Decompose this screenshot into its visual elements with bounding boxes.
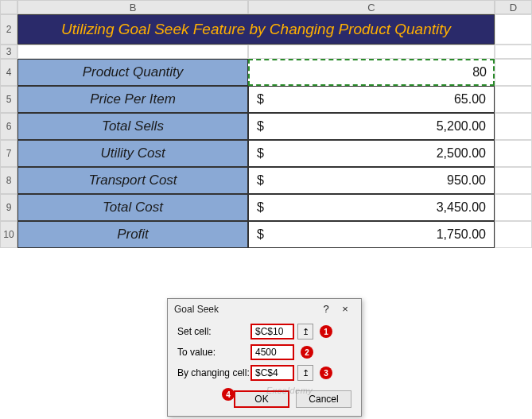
ref-picker-icon[interactable]: ↥ (297, 324, 313, 339)
value-total-cost[interactable]: $ 3,450.00 (248, 194, 495, 221)
annotation-1: 1 (320, 325, 332, 338)
dialog-buttons: 4 OK Cancel (177, 386, 351, 408)
label-total-cost[interactable]: Total Cost (17, 194, 248, 221)
close-icon[interactable]: × (336, 303, 355, 315)
cell-value: 1,750.00 (264, 227, 486, 242)
by-changing-label: By changing cell: (177, 367, 250, 378)
row-header-7[interactable]: 7 (0, 140, 17, 167)
cell-d3[interactable] (495, 45, 532, 59)
to-value-row: To value: 2 (177, 344, 351, 360)
cell-d5[interactable] (495, 86, 532, 113)
cell-d10[interactable] (495, 221, 532, 248)
label-utility-cost[interactable]: Utility Cost (17, 140, 248, 167)
currency-symbol: $ (257, 146, 264, 161)
col-header-b[interactable]: B (17, 0, 248, 14)
set-cell-input[interactable] (250, 324, 294, 339)
cell-d2[interactable] (495, 14, 532, 45)
cell-value: 2,500.00 (264, 146, 486, 161)
by-changing-input[interactable] (250, 365, 294, 381)
annotation-2: 2 (301, 346, 313, 359)
cell-d8[interactable] (495, 167, 532, 194)
cell-value: 5,200.00 (264, 119, 486, 134)
row-header-6[interactable]: 6 (0, 113, 17, 140)
set-cell-row: Set cell: 1 ↥ (177, 324, 351, 339)
label-price-per-item[interactable]: Price Per Item (17, 86, 248, 113)
value-price-per-item[interactable]: $ 65.00 (248, 86, 495, 113)
dialog-title-text: Goal Seek (174, 304, 316, 315)
row-header-2[interactable]: 2 (0, 14, 17, 45)
currency-symbol: $ (257, 200, 264, 215)
cell-value: 3,450.00 (264, 200, 486, 215)
cell-value: 80 (256, 65, 487, 80)
row-header-9[interactable]: 9 (0, 194, 17, 221)
row-header-5[interactable]: 5 (0, 86, 17, 113)
goal-seek-dialog: Goal Seek ? × Set cell: 1 ↥ To value: 2 … (167, 298, 362, 417)
cell-c3[interactable] (248, 45, 495, 59)
cell-d6[interactable] (495, 113, 532, 140)
value-profit[interactable]: $ 1,750.00 (248, 221, 495, 248)
row-header-10[interactable]: 10 (0, 221, 17, 248)
cell-b3[interactable] (17, 45, 248, 59)
currency-symbol: $ (257, 92, 264, 107)
select-all-corner[interactable] (0, 0, 17, 14)
label-transport-cost[interactable]: Transport Cost (17, 167, 248, 194)
watermark-text: Exceldemy (266, 386, 313, 395)
col-header-d[interactable]: D (495, 0, 532, 14)
label-profit[interactable]: Profit (17, 221, 248, 248)
row-header-8[interactable]: 8 (0, 167, 17, 194)
ref-picker-icon[interactable]: ↥ (297, 365, 313, 381)
spreadsheet-grid: B C D 2 Utilizing Goal Seek Feature by C… (0, 0, 532, 248)
dialog-body: Set cell: 1 ↥ To value: 2 By changing ce… (168, 317, 361, 416)
cell-value: 65.00 (264, 92, 486, 107)
cell-d9[interactable] (495, 194, 532, 221)
row-header-4[interactable]: 4 (0, 59, 17, 86)
value-transport-cost[interactable]: $ 950.00 (248, 167, 495, 194)
currency-symbol: $ (257, 119, 264, 134)
value-total-sells[interactable]: $ 5,200.00 (248, 113, 495, 140)
currency-symbol: $ (257, 227, 264, 242)
annotation-3: 3 (320, 367, 332, 379)
cell-value: 950.00 (264, 173, 486, 188)
title-cell[interactable]: Utilizing Goal Seek Feature by Changing … (17, 14, 495, 45)
to-value-label: To value: (177, 347, 250, 358)
label-total-sells[interactable]: Total Sells (17, 113, 248, 140)
col-header-c[interactable]: C (248, 0, 495, 14)
dialog-titlebar[interactable]: Goal Seek ? × (168, 299, 361, 317)
row-header-3[interactable]: 3 (0, 45, 17, 59)
annotation-4: 4 (222, 388, 235, 401)
value-utility-cost[interactable]: $ 2,500.00 (248, 140, 495, 167)
set-cell-label: Set cell: (177, 326, 250, 337)
to-value-input[interactable] (250, 344, 294, 360)
value-product-quantity[interactable]: 80 (248, 59, 495, 86)
by-changing-row: By changing cell: 3 ↥ (177, 365, 351, 381)
label-product-quantity[interactable]: Product Quantity (17, 59, 248, 86)
cell-d4[interactable] (495, 59, 532, 86)
help-icon[interactable]: ? (316, 303, 336, 315)
cell-d7[interactable] (495, 140, 532, 167)
currency-symbol: $ (257, 173, 264, 188)
